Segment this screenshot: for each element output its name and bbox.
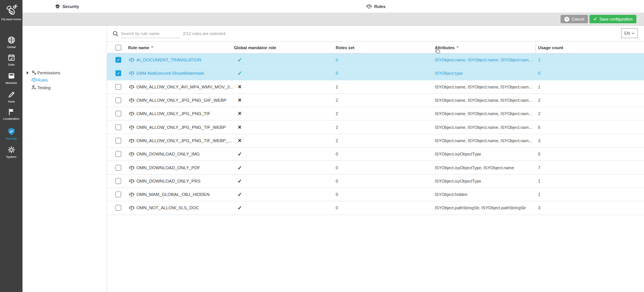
nav-label: Security: [0, 137, 22, 141]
language-dropdown[interactable]: EN: [621, 28, 638, 38]
roles-set-value: 0: [336, 71, 338, 75]
attributes-value: ISYObject.name, ISYObject.name, ISYObjec…: [435, 98, 534, 103]
app-window: Fly back home Global Data Modules: [0, 0, 644, 292]
table-row[interactable]: OMN_ALLOW_ONLY_JPG_PNG_TIF × 2 ISYObject…: [107, 107, 644, 120]
column-header-usage-count[interactable]: Usage count: [538, 42, 563, 54]
attributes-value: ISYObject.isyObjectType: [435, 152, 534, 156]
column-header-rule-name[interactable]: Rule name ^: [128, 42, 153, 54]
row-checkbox[interactable]: [115, 84, 121, 90]
row-checkbox[interactable]: [115, 138, 121, 143]
mouse-hand-cursor: [434, 47, 442, 54]
header-section-rules: Rules: [366, 0, 386, 13]
row-checkbox[interactable]: [115, 151, 121, 157]
rule-name-link[interactable]: DAM-Notlicenced-ShowWatermark: [136, 71, 204, 75]
tree-item-testing[interactable]: Testing: [22, 84, 107, 91]
table-row[interactable]: OMN_NOT_ALLOW_XLS_DOC ✓ 0 ISYObject.path…: [107, 201, 644, 215]
nav-item-system[interactable]: System: [0, 146, 22, 159]
top-header: Security Rules: [22, 0, 644, 13]
rule-scale-icon: [129, 165, 135, 170]
table-row[interactable]: OMN_DOWNLOAD_ONLY_PRS ✓ 0 ISYObject.isyO…: [107, 175, 644, 188]
roles-set-value: 0: [336, 165, 338, 170]
nav-item-tools[interactable]: Tools: [0, 90, 22, 104]
globe-icon: [7, 36, 16, 44]
cancel-button[interactable]: × Cancel: [561, 15, 588, 23]
nav-item-security[interactable]: Security: [0, 127, 22, 141]
table-row[interactable]: ✓ DAM-Notlicenced-ShowWatermark ✓ 0 ISYO…: [107, 67, 644, 80]
column-header-global-mandator-role[interactable]: Global mandator role: [234, 42, 276, 54]
table-row[interactable]: OMN_DOWNLOAD_ONLY_PDF ✓ 0 ISYObject.isyO…: [107, 161, 644, 174]
table-row[interactable]: OMN_MAM_GLOBAL_OBJ_HIDDEN ✓ 0 ISYObject.…: [107, 188, 644, 201]
row-checkbox[interactable]: [115, 192, 121, 197]
roles-set-value: 2: [336, 138, 338, 143]
table-row[interactable]: OMN_ALLOW_ONLY_AVI_MP4_WMV_MOV_3... × 2 …: [107, 80, 644, 94]
bee-logo-icon: [5, 3, 18, 16]
sort-asc-icon: ^: [151, 45, 153, 49]
rule-name-link[interactable]: OMN_MAM_GLOBAL_OBJ_HIDDEN: [136, 192, 210, 197]
scale-icon: [366, 3, 372, 9]
rule-name-link[interactable]: OMN_ALLOW_ONLY_JPG_PNG_TIF: [136, 111, 210, 116]
roles-set-value: 0: [336, 179, 338, 183]
rule-name-link[interactable]: OMN_ALLOW_ONLY_JPG_PNG_TIF_WEBP_...: [136, 138, 232, 143]
nav-item-data[interactable]: Data: [0, 53, 22, 67]
row-checkbox[interactable]: [115, 124, 121, 130]
roles-set-value: 0: [336, 205, 338, 210]
table-row[interactable]: OMN_DOWNLOAD_ONLY_IMG ✓ 0 ISYObject.isyO…: [107, 148, 644, 161]
rule-name-link[interactable]: OMN_NOT_ALLOW_XLS_DOC: [136, 205, 199, 210]
search-input[interactable]: [121, 29, 180, 38]
rule-name-link[interactable]: OMN_DOWNLOAD_ONLY_IMG: [136, 152, 200, 156]
chevron-down-icon: [631, 32, 635, 35]
header-title-security: Security: [62, 4, 79, 9]
row-checkbox[interactable]: [115, 205, 121, 211]
usage-count-value: 1: [538, 85, 540, 89]
rule-name-link[interactable]: OMN_DOWNLOAD_ONLY_PRS: [136, 179, 200, 183]
nav-item-global[interactable]: Global: [0, 36, 22, 49]
usage-count-value: 5: [538, 125, 540, 130]
rule-name-link[interactable]: OMN_ALLOW_ONLY_JPG_PNG_TIF_WEBP: [136, 125, 226, 130]
nav-item-fly-back-home[interactable]: Fly back home: [0, 3, 22, 21]
nav-label: Localization: [0, 117, 22, 121]
rule-scale-icon: [129, 71, 135, 76]
main-nav-rail: Fly back home Global Data Modules: [0, 0, 22, 292]
table-row[interactable]: OMN_ALLOW_ONLY_JPG_PNG_GIF_WEBP × 2 ISYO…: [107, 94, 644, 107]
rule-name-link[interactable]: OMN_ALLOW_ONLY_JPG_PNG_GIF_WEBP: [136, 98, 226, 103]
rule-scale-icon: [129, 111, 135, 117]
row-checkbox[interactable]: ✓: [115, 57, 121, 63]
key-icon: [31, 70, 37, 75]
mandator-status-icon: ✓: [235, 151, 244, 157]
table-row[interactable]: OMN_ALLOW_ONLY_JPG_PNG_TIF_WEBP_... × 2 …: [107, 134, 644, 148]
mandator-status-icon: ✓: [235, 191, 244, 197]
mandator-status-icon: ×: [235, 110, 244, 117]
row-checkbox[interactable]: ✓: [115, 71, 121, 76]
attributes-value: ISYObject.hidden: [435, 192, 534, 197]
roles-set-value: 0: [336, 58, 338, 62]
column-label: Usage count: [538, 45, 563, 50]
rule-name-link[interactable]: OMN_DOWNLOAD_ONLY_PDF: [136, 165, 200, 170]
rule-name-link[interactable]: AI_DOCUMENT_TRANSLATION: [136, 58, 201, 62]
expand-caret-icon[interactable]: [27, 71, 29, 74]
row-checkbox[interactable]: [115, 98, 121, 103]
table-row[interactable]: ✓ AI_DOCUMENT_TRANSLATION ✓ 0 ISYObject.…: [107, 53, 644, 67]
tree-item-permissions[interactable]: Permissions: [22, 69, 107, 76]
column-header-roles-set[interactable]: Roles set: [336, 42, 354, 54]
search-row: 2/12 rules are selected EN: [107, 26, 644, 41]
save-check-icon: ✓: [593, 16, 597, 22]
pencil-icon: [7, 90, 16, 99]
rule-name-link[interactable]: OMN_ALLOW_ONLY_AVI_MP4_WMV_MOV_3...: [136, 85, 233, 89]
header-section-security: Security: [55, 0, 79, 13]
column-label: Global mandator role: [234, 45, 276, 50]
nav-item-modules[interactable]: Modules: [0, 72, 22, 85]
shield-check-icon: [7, 127, 16, 136]
mandator-status-icon: ✓: [235, 205, 244, 211]
save-configuration-button[interactable]: ✓ Save configuration: [590, 15, 636, 23]
select-all-checkbox[interactable]: [115, 45, 121, 51]
tree-item-rules[interactable]: Rules: [22, 76, 107, 83]
row-checkbox[interactable]: [115, 111, 121, 117]
tree-label-rules: Rules: [37, 78, 48, 82]
usage-count-value: 0: [538, 71, 540, 75]
row-checkbox[interactable]: [115, 165, 121, 170]
nav-item-localization[interactable]: Localization: [0, 107, 22, 121]
flag-icon: [7, 107, 16, 116]
usage-count-value: 5: [538, 152, 540, 156]
table-row[interactable]: OMN_ALLOW_ONLY_JPG_PNG_TIF_WEBP × 2 ISYO…: [107, 120, 644, 134]
row-checkbox[interactable]: [115, 178, 121, 184]
